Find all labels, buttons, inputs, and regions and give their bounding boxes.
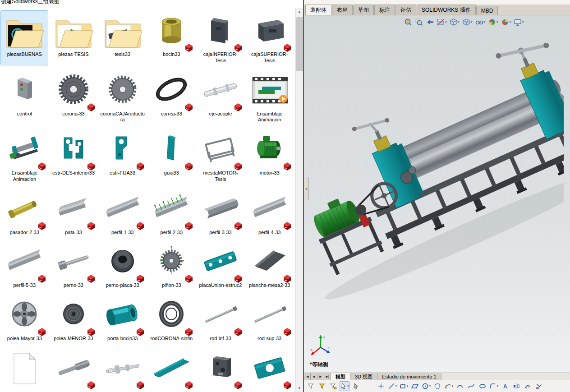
- file-item[interactable]: eje-acople: [197, 70, 244, 125]
- file-item[interactable]: perfil-5-33: [1, 242, 48, 290]
- doc-tab-Estudio de movimiento 1[interactable]: Estudio de movimiento 1: [377, 373, 441, 380]
- mirror-entities-button[interactable]: [511, 381, 521, 391]
- filter-key-points-button[interactable]: [328, 381, 338, 391]
- file-thumbnail belt-thumbnail[interactable]: [151, 71, 192, 110]
- file-item[interactable]: pasador-2-33: [1, 189, 48, 237]
- file-thumbnail cylinder-yellow-thumbnail[interactable]: [151, 12, 192, 51]
- file-item[interactable]: coronaCAJAreductura: [99, 70, 146, 125]
- file-item[interactable]: estr-DES-inferior33: [50, 129, 97, 184]
- file-thumbnail teal-plate-hole-thumbnail[interactable]: [249, 349, 290, 388]
- file-thumbnail gear-small-thumbnail[interactable]: [151, 243, 192, 281]
- tab-scroll-next-button[interactable]: ▶: [317, 373, 324, 380]
- ribbon-tab-草图[interactable]: 草图: [353, 5, 374, 15]
- file-thumbnail doc-blank-thumbnail[interactable]: [4, 349, 45, 388]
- file-thumbnail gear-thumbnail[interactable]: [53, 71, 94, 110]
- file-item[interactable]: perfil-1-33: [99, 189, 146, 237]
- file-item[interactable]: rod-sup-33: [246, 295, 293, 343]
- tab-scroll-last-button[interactable]: ▶|: [324, 373, 331, 380]
- file-item[interactable]: guia33: [148, 129, 195, 184]
- file-thumbnail teal-part2-thumbnail[interactable]: [102, 130, 143, 169]
- file-item[interactable]: polea-MENOR-33: [50, 295, 97, 343]
- file-item[interactable]: placaUnion-estruc2: [197, 242, 244, 290]
- file-item[interactable]: perno-33: [50, 242, 97, 290]
- file-thumbnail bar-marks-thumbnail[interactable]: [151, 190, 192, 229]
- offset-entities-button[interactable]: [523, 381, 533, 391]
- file-item[interactable]: motor-33: [246, 129, 293, 184]
- file-thumbnail rod-thumbnail[interactable]: [249, 296, 290, 335]
- file-thumbnail pulley-big-thumbnail[interactable]: [4, 296, 45, 335]
- file-item[interactable]: [197, 348, 244, 390]
- file-item[interactable]: [1, 348, 48, 390]
- file-thumbnail teal-plate-thumbnail[interactable]: [151, 130, 192, 169]
- file-thumbnail folder-teal-thumbnail[interactable]: [53, 12, 94, 51]
- file-item[interactable]: piezas-TESIS: [50, 11, 97, 65]
- file-item[interactable]: plancha-mesa2-33: [246, 242, 293, 290]
- file-item[interactable]: [99, 348, 146, 390]
- file-thumbnail cylinder-teal-thumbnail[interactable]: [102, 296, 143, 335]
- file-thumbnail shaft3-thumbnail[interactable]: [102, 349, 143, 388]
- file-item[interactable]: cajaINFERIOR-Tesis: [197, 11, 244, 65]
- scroll-down-button[interactable]: ▼: [296, 384, 303, 392]
- file-thumbnail control-thumbnail[interactable]: [4, 71, 45, 110]
- sketch-line-button[interactable]: ▾: [387, 381, 397, 391]
- file-item[interactable]: tesis33: [99, 11, 146, 65]
- ellipse-button[interactable]: [478, 381, 487, 391]
- file-item[interactable]: polea-Mayor-33: [1, 295, 48, 343]
- file-item[interactable]: piezasBUENAS: [1, 11, 48, 65]
- file-thumbnail pin-yellow-thumbnail[interactable]: [4, 190, 45, 229]
- file-item[interactable]: rod-inf-33: [197, 295, 244, 343]
- file-thumbnail teal-parts-thumbnail[interactable]: [53, 130, 94, 169]
- file-thumbnail nut-thumbnail[interactable]: [102, 243, 143, 281]
- file-thumbnail gear2-thumbnail[interactable]: [102, 71, 143, 110]
- file-item[interactable]: [148, 348, 195, 390]
- ribbon-tab-SOLIDWORKS 插件[interactable]: SOLIDWORKS 插件: [417, 5, 476, 15]
- file-item[interactable]: correa-33: [148, 70, 195, 125]
- parallelogram-button[interactable]: [410, 381, 420, 391]
- tangent-arc-button[interactable]: [455, 381, 465, 391]
- file-thumbnail small-box-thumbnail[interactable]: [200, 349, 241, 388]
- file-thumbnail plate-dark-thumbnail[interactable]: [249, 243, 290, 281]
- file-item[interactable]: control: [1, 70, 48, 125]
- file-item[interactable]: Ensamblaje Animacion: [246, 70, 293, 125]
- dropdown-caret-icon[interactable]: ▾: [395, 384, 397, 388]
- file-thumbnail frame-thumbnail[interactable]: [200, 130, 241, 169]
- file-item[interactable]: rodCORONA-sinfin: [148, 295, 195, 343]
- file-item[interactable]: corona-33: [50, 70, 97, 125]
- dropdown-caret-icon[interactable]: ▾: [407, 384, 409, 388]
- explorer-scrollbar[interactable]: ▲ ▼: [295, 8, 303, 392]
- circle-button[interactable]: ▾: [421, 381, 431, 391]
- file-thumbnail channel-thumbnail[interactable]: [200, 190, 241, 229]
- file-thumbnail box-dark-thumbnail[interactable]: [200, 12, 241, 51]
- file-item[interactable]: piñon-33: [148, 242, 195, 290]
- file-item[interactable]: mesitaMOTOR-Tesis: [197, 129, 244, 184]
- file-item[interactable]: [246, 348, 293, 390]
- file-thumbnail box-dark2-thumbnail[interactable]: [249, 12, 290, 51]
- file-thumbnail folder-part-thumbnail[interactable]: [102, 12, 143, 51]
- select-tool-button[interactable]: ▾: [340, 381, 349, 391]
- file-item[interactable]: cajaSUPERIOR-Tesis: [246, 11, 293, 65]
- file-thumbnail bolt-thumbnail[interactable]: [53, 243, 94, 281]
- file-item[interactable]: Ensamblaje Animacion: [1, 129, 48, 184]
- corner-rectangle-button[interactable]: ▾: [399, 381, 409, 391]
- filter-animated-button[interactable]: [317, 381, 327, 391]
- trim-entities-button[interactable]: [534, 381, 544, 391]
- file-thumbnail pulley-small-thumbnail[interactable]: [53, 296, 94, 335]
- file-item[interactable]: perno-placa-33: [99, 242, 146, 290]
- file-item[interactable]: perfil-4-33: [246, 189, 293, 237]
- spline-button[interactable]: [466, 381, 476, 391]
- tab-scroll-previous-button[interactable]: ◀: [311, 373, 317, 380]
- scroll-up-button[interactable]: ▲: [296, 8, 303, 16]
- file-thumbnail ring-thumbnail[interactable]: [151, 296, 192, 335]
- file-thumbnail shaft2-thumbnail[interactable]: [53, 349, 94, 388]
- file-item[interactable]: [50, 348, 97, 390]
- ribbon-tab-标注[interactable]: 标注: [374, 5, 395, 15]
- file-thumbnail bar-thumbnail[interactable]: [249, 190, 290, 229]
- file-item[interactable]: bocin33: [148, 11, 195, 65]
- file-item[interactable]: porta-bocin33: [99, 295, 146, 343]
- assembly-3d-model[interactable]: [307, 23, 564, 338]
- file-item[interactable]: perfil-2-33: [148, 189, 195, 237]
- doc-tab-模型[interactable]: 模型: [331, 373, 350, 380]
- file-thumbnail angle-thumbnail[interactable]: [53, 190, 94, 229]
- ribbon-tab-MBD[interactable]: MBD: [476, 6, 498, 15]
- dropdown-caret-icon[interactable]: ▾: [347, 384, 349, 388]
